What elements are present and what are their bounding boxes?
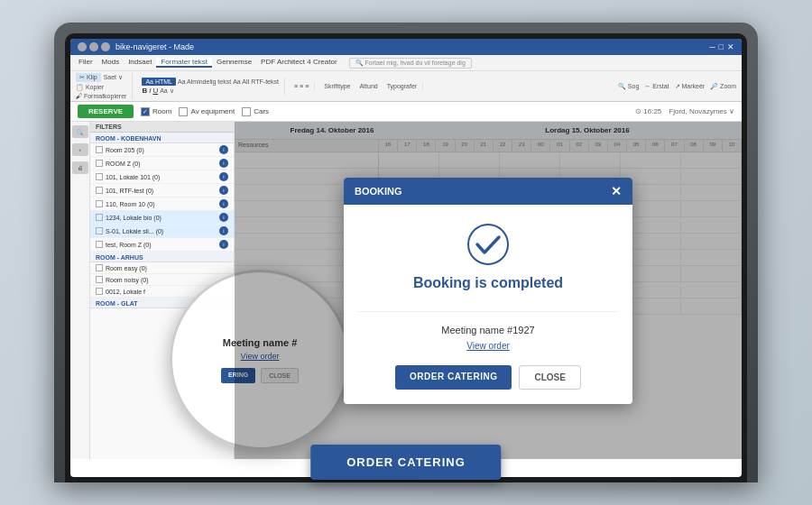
sidebar-room-s01[interactable]: S-01, Lokale sli... (0) i bbox=[90, 225, 234, 238]
sidebar-room-110[interactable]: 110, Room 10 (0) i bbox=[90, 197, 234, 211]
clipboard-buttons: ✂ Klip Saet ∨ bbox=[76, 73, 126, 82]
tab-formater-tekst[interactable]: Formater tekst bbox=[156, 58, 212, 68]
typographer-label: Typografer bbox=[387, 83, 417, 89]
room-checkbox[interactable]: ✓ bbox=[141, 107, 150, 116]
room-test-checkbox[interactable] bbox=[96, 241, 103, 248]
bold-btn[interactable]: B bbox=[142, 87, 147, 95]
typography-label: Skrifttype bbox=[324, 83, 350, 89]
modal-close-x-button[interactable]: ✕ bbox=[611, 185, 622, 197]
room-101-checkbox[interactable] bbox=[96, 173, 103, 180]
modal-header: BOOKING ✕ bbox=[344, 178, 632, 205]
room-easy-checkbox[interactable] bbox=[96, 264, 103, 271]
align-left-btn[interactable]: ≡ bbox=[294, 83, 298, 89]
sidebar-room-test[interactable]: test, Room Z (0) i bbox=[90, 238, 234, 252]
zoom-btn[interactable]: 🔎 Zoom bbox=[710, 83, 736, 90]
italic-btn[interactable]: I bbox=[149, 87, 151, 95]
close-button[interactable]: CLOSE bbox=[519, 365, 580, 390]
room-z-info[interactable]: i bbox=[219, 159, 228, 168]
tab-pdf[interactable]: PDF Architect 4 Creator bbox=[256, 58, 341, 68]
sidebar-room-1234[interactable]: 1234, Lokale bio (0) i bbox=[90, 211, 234, 225]
room-0012-checkbox[interactable] bbox=[96, 288, 103, 295]
room-checkbox-group[interactable]: ✓ Room bbox=[141, 107, 171, 116]
normal-style-btn[interactable]: Aa Almindelig tekst bbox=[178, 78, 231, 85]
room-s01-checkbox[interactable] bbox=[96, 227, 103, 234]
ribbon-tab-bar: Filer Mods Indsaet Formater tekst Gennem… bbox=[70, 55, 742, 71]
room-test-info[interactable]: i bbox=[219, 240, 228, 249]
checkmark-svg bbox=[466, 223, 510, 266]
room-1234-info[interactable]: i bbox=[219, 213, 228, 222]
titlebar-left: bike-navigeret - Made bbox=[78, 42, 194, 51]
room-s01-label: S-01, Lokale sli... (0) bbox=[106, 228, 163, 234]
markeer-btn[interactable]: ↗ Markeér bbox=[675, 83, 706, 90]
attund-label: Attund bbox=[359, 83, 377, 89]
bottom-action-container: ORDER CATERING bbox=[310, 445, 501, 480]
view-order-link[interactable]: View order bbox=[466, 341, 510, 351]
room-easy-label: Room easy (0) bbox=[106, 265, 147, 271]
room-z-checkbox[interactable] bbox=[96, 160, 103, 167]
html-style-btn[interactable]: Aa HTML bbox=[142, 78, 176, 86]
sidebar-room-z[interactable]: ROOM Z (0) i bbox=[90, 157, 234, 170]
tab-indsaet[interactable]: Indsaet bbox=[124, 58, 156, 68]
soeg-btn[interactable]: 🔍 Sog bbox=[618, 83, 639, 90]
room-label: Room bbox=[152, 107, 171, 115]
modal-body: Booking is completed Meeting name #1927 … bbox=[344, 205, 632, 365]
font-size-input[interactable]: Aa ∨ bbox=[160, 87, 174, 95]
room-110-checkbox[interactable] bbox=[96, 200, 103, 207]
cars-checkbox[interactable] bbox=[242, 107, 251, 116]
sidebar-room-rtf[interactable]: 101, RTF-test (0) i bbox=[90, 184, 234, 197]
room-rtf-checkbox[interactable] bbox=[96, 187, 103, 194]
room-0012-label: 0012, Lokale f bbox=[106, 289, 145, 295]
bottom-order-catering-button[interactable]: ORDER CATERING bbox=[310, 445, 501, 480]
paste-btn[interactable]: Saet ∨ bbox=[104, 74, 123, 81]
icon-bar-print[interactable]: 🖨 bbox=[72, 161, 88, 174]
sidebar-room-101[interactable]: 101, Lokale 101 (0) i bbox=[90, 170, 234, 184]
tab-mods[interactable]: Mods bbox=[97, 58, 125, 68]
minimize-button[interactable] bbox=[78, 42, 87, 51]
cut-btn[interactable]: ✂ Klip bbox=[76, 73, 101, 82]
underline-btn[interactable]: U bbox=[152, 87, 158, 95]
room-z-label: ROOM Z (0) bbox=[106, 161, 141, 167]
room-110-info[interactable]: i bbox=[219, 199, 228, 208]
icon-bar-add[interactable]: + bbox=[72, 143, 88, 156]
room-rtf-label: 101, RTF-test (0) bbox=[106, 188, 153, 194]
room-s01-info[interactable]: i bbox=[219, 226, 228, 235]
close-button[interactable] bbox=[101, 42, 110, 51]
room-noisy-label: Room noisy (0) bbox=[106, 277, 148, 283]
icon-bar-search[interactable]: 🔍 bbox=[72, 125, 88, 138]
user-display[interactable]: Fjord, Novazymes ∨ bbox=[669, 107, 734, 115]
format-btn[interactable]: 🖌 Formatkopierer bbox=[76, 93, 126, 99]
room-1234-checkbox[interactable] bbox=[96, 214, 103, 221]
titlebar-close-icon[interactable]: ✕ bbox=[727, 42, 734, 51]
room-rtf-info[interactable]: i bbox=[219, 186, 228, 195]
av-checkbox-group[interactable]: Av equipment bbox=[179, 107, 235, 116]
align-center-btn[interactable]: ≡ bbox=[300, 83, 303, 89]
reserve-button[interactable]: RESERVE bbox=[78, 105, 134, 118]
align-right-btn[interactable]: ≡ bbox=[305, 83, 309, 89]
rtt-style-btn[interactable]: Aa Alt RTF-tekst bbox=[233, 78, 279, 85]
room-101-info[interactable]: i bbox=[219, 172, 228, 181]
search-box[interactable]: 🔍 Fortael mig, hvad du vil foretage dig bbox=[349, 58, 472, 69]
tab-gennemse[interactable]: Gennemse bbox=[212, 58, 256, 68]
main-area: 🔍 + 🖨 FILTERS ROOM - KOBENHAVN Room 205 … bbox=[70, 122, 742, 459]
cars-checkbox-group[interactable]: Cars bbox=[242, 107, 269, 116]
typography-group: Skrifttype Attund Typografer bbox=[318, 83, 423, 89]
titlebar-maximize-icon[interactable]: □ bbox=[719, 42, 724, 51]
window-title: bike-navigeret - Made bbox=[115, 42, 194, 51]
erstat-btn[interactable]: ↔ Erstat bbox=[644, 83, 669, 89]
ribbon-right: 🔍 Sog ↔ Erstat ↗ Markeér 🔎 Zoom bbox=[618, 83, 736, 90]
sidebar-room-205[interactable]: Room 205 (0) i bbox=[90, 143, 234, 157]
room-noisy-checkbox[interactable] bbox=[96, 276, 103, 283]
kopier-btn[interactable]: 📋 Kopier bbox=[76, 84, 126, 91]
titlebar-minimize-icon[interactable]: ─ bbox=[709, 42, 715, 51]
order-catering-button[interactable]: ORDER CATERING bbox=[395, 365, 512, 390]
maximize-button[interactable] bbox=[89, 42, 98, 51]
room-205-info[interactable]: i bbox=[219, 145, 228, 154]
room-110-label: 110, Room 10 (0) bbox=[106, 201, 154, 207]
room-205-checkbox[interactable] bbox=[96, 146, 103, 153]
checkmark-circle bbox=[466, 223, 510, 266]
cars-label: Cars bbox=[254, 107, 269, 115]
modal-divider bbox=[358, 311, 618, 312]
tab-filer[interactable]: Filer bbox=[74, 58, 97, 68]
sidebar-room-easy[interactable]: Room easy (0) bbox=[90, 262, 234, 274]
av-checkbox[interactable] bbox=[179, 107, 188, 116]
